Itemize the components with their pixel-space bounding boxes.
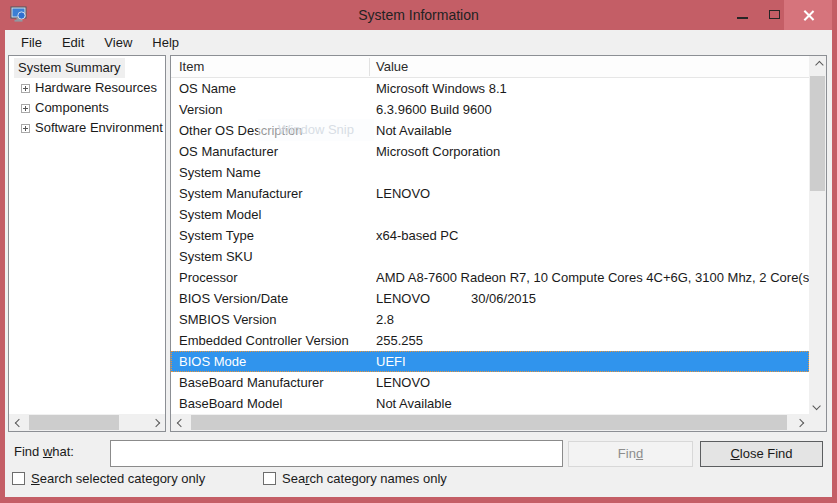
checkbox-search-category-names[interactable] [263, 472, 276, 485]
table-row[interactable]: System Name [171, 162, 809, 183]
maximize-icon [769, 10, 780, 19]
system-information-window: System Information File Edit View Help S… [0, 0, 837, 503]
table-row[interactable]: Other OS DescriptionNot Available [171, 120, 809, 141]
table-row[interactable]: System ManufacturerLENOVO [171, 183, 809, 204]
category-tree: System Summary Hardware Resources Compon… [9, 58, 165, 138]
menu-edit[interactable]: Edit [55, 32, 91, 53]
table-header: Item Value [171, 56, 809, 78]
table-row[interactable]: ProcessorAMD A8-7600 Radeon R7, 10 Compu… [171, 267, 809, 288]
category-tree-panel: System Summary Hardware Resources Compon… [8, 55, 166, 432]
minimize-button[interactable] [726, 0, 758, 29]
window-title: System Information [0, 0, 837, 30]
minimize-icon [737, 17, 748, 19]
tree-item-software-environment[interactable]: Software Environment [9, 118, 165, 138]
menu-help[interactable]: Help [145, 32, 186, 53]
bios-date: 30/06/2015 [471, 288, 536, 309]
scroll-left-icon[interactable] [9, 414, 26, 431]
table-row[interactable]: BaseBoard ModelNot Available [171, 393, 809, 414]
find-what-label: Find what: [14, 444, 74, 459]
close-icon [802, 9, 815, 22]
scroll-right-icon[interactable] [792, 414, 809, 431]
table-row[interactable]: Version6.3.9600 Build 9600 [171, 99, 809, 120]
find-button[interactable]: Find [568, 441, 693, 467]
menu-file[interactable]: File [14, 32, 49, 53]
tree-item-system-summary[interactable]: System Summary [9, 58, 165, 78]
table-row[interactable]: BIOS Version/DateLENOVO30/06/2015 [171, 288, 809, 309]
column-header-item[interactable]: Item [179, 56, 204, 78]
table-rows: OS NameMicrosoft Windows 8.1 Version6.3.… [171, 78, 809, 414]
table-row[interactable]: System Typex64-based PC [171, 225, 809, 246]
checkbox-label[interactable]: Search selected category only [31, 471, 205, 486]
search-selected-category-option[interactable]: Search selected category only [12, 471, 205, 486]
table-vertical-scrollbar[interactable] [809, 56, 826, 414]
table-row[interactable]: System Model [171, 204, 809, 225]
menu-bar: File Edit View Help [5, 30, 832, 55]
expand-plus-icon[interactable] [21, 104, 30, 113]
scroll-up-icon[interactable] [809, 56, 826, 73]
tree-hscroll-thumb[interactable] [29, 415, 119, 430]
search-category-names-option[interactable]: Search category names only [263, 471, 447, 486]
scroll-down-icon[interactable] [809, 397, 826, 414]
table-row[interactable]: System SKU [171, 246, 809, 267]
tree-item-hardware-resources[interactable]: Hardware Resources [9, 78, 165, 98]
expand-plus-icon[interactable] [21, 84, 30, 93]
table-hscroll-thumb[interactable] [191, 415, 787, 430]
close-button[interactable] [784, 0, 832, 30]
search-options-row: Search selected category only Search cat… [5, 471, 832, 491]
details-panel: Item Value OS NameMicrosoft Windows 8.1 … [170, 55, 827, 432]
checkbox-search-selected-category[interactable] [12, 472, 25, 485]
tree-item-components[interactable]: Components [9, 98, 165, 118]
tree-horizontal-scrollbar[interactable] [9, 414, 165, 431]
client-area: File Edit View Help System Summary Hardw… [5, 30, 832, 497]
checkbox-label[interactable]: Search category names only [282, 471, 447, 486]
find-input[interactable] [110, 440, 563, 467]
scrollbar-corner [809, 414, 826, 431]
close-find-button[interactable]: Close Find [700, 441, 823, 467]
scroll-right-icon[interactable] [148, 414, 165, 431]
table-horizontal-scrollbar[interactable] [171, 414, 809, 431]
table-row[interactable]: OS NameMicrosoft Windows 8.1 [171, 78, 809, 99]
table-row[interactable]: SMBIOS Version2.8 [171, 309, 809, 330]
column-divider[interactable] [369, 58, 370, 76]
expand-plus-icon[interactable] [21, 124, 30, 133]
scroll-left-icon[interactable] [171, 414, 188, 431]
table-row[interactable]: Embedded Controller Version255.255 [171, 330, 809, 351]
table-vscroll-thumb[interactable] [810, 76, 825, 191]
table-row[interactable]: OS ManufacturerMicrosoft Corporation [171, 141, 809, 162]
menu-view[interactable]: View [97, 32, 139, 53]
column-header-value[interactable]: Value [376, 56, 408, 78]
titlebar[interactable]: System Information [0, 0, 837, 30]
table-row-selected[interactable]: BIOS ModeUEFI [171, 351, 809, 372]
table-row[interactable]: BaseBoard ManufacturerLENOVO [171, 372, 809, 393]
